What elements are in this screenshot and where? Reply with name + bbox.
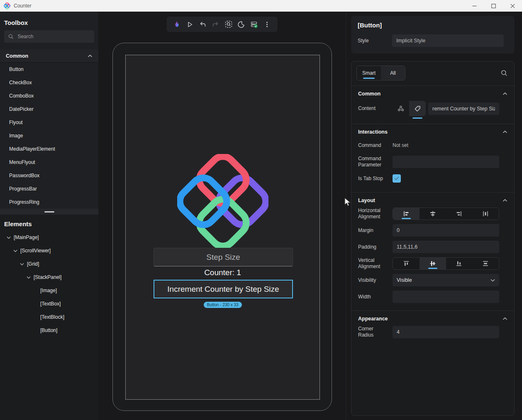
- command-parameter-input[interactable]: [393, 156, 499, 168]
- corner-radius-input[interactable]: [393, 326, 499, 338]
- align-center-vertical-icon[interactable]: [420, 258, 446, 269]
- elements-panel: Elements [MainPage] [ScrollViewer] [Grid…: [0, 215, 98, 420]
- padding-label: Padding: [358, 244, 393, 250]
- align-left-icon[interactable]: [393, 208, 420, 220]
- toolbox-item-checkbox[interactable]: CheckBox: [0, 76, 98, 89]
- section-appearance-header[interactable]: Appearance: [351, 311, 514, 326]
- toolbox-item-passwordbox[interactable]: PasswordBox: [0, 169, 98, 182]
- chevron-down-icon[interactable]: [26, 276, 32, 279]
- app-logo-icon: [4, 2, 10, 9]
- tree-item-image[interactable]: [Image]: [0, 284, 98, 297]
- chevron-up-icon: [502, 130, 507, 134]
- align-right-icon[interactable]: [446, 208, 473, 220]
- visibility-value: Visible: [397, 277, 412, 283]
- binding-icon[interactable]: [393, 101, 409, 116]
- devserver-status-icon[interactable]: [249, 20, 259, 29]
- redo-icon[interactable]: [211, 20, 221, 29]
- chevron-down-icon: [490, 279, 495, 282]
- play-icon[interactable]: [185, 20, 195, 29]
- tab-smart[interactable]: Smart: [357, 66, 381, 80]
- search-input[interactable]: [17, 34, 90, 39]
- toolbox-item-button[interactable]: Button: [0, 63, 98, 76]
- toolbox-item-mediaplayerelement[interactable]: MediaPlayerElement: [0, 142, 98, 156]
- tree-item-label: [StackPanel]: [34, 274, 61, 280]
- zoom-selection-icon[interactable]: [224, 20, 234, 29]
- dark-theme-moon-icon[interactable]: [237, 20, 246, 29]
- tree-item-grid[interactable]: [Grid]: [0, 257, 98, 271]
- toolbox-item-progressring[interactable]: ProgressRing: [0, 195, 98, 209]
- tree-item-scrollviewer[interactable]: [ScrollViewer]: [0, 244, 98, 257]
- elements-title: Elements: [0, 215, 98, 231]
- chevron-down-icon[interactable]: [6, 236, 12, 239]
- section-title: Common: [358, 91, 381, 97]
- step-size-textbox[interactable]: Step Size: [154, 248, 293, 266]
- app-logo-image[interactable]: [177, 154, 268, 249]
- toolbox-title: Toolbox: [0, 12, 98, 29]
- property-tabs: Smart All: [356, 66, 405, 81]
- toolbox-item-flyout[interactable]: Flyout: [0, 116, 98, 129]
- tab-all[interactable]: All: [381, 66, 405, 80]
- toolbox-item-progressbar[interactable]: ProgressBar: [0, 182, 98, 195]
- device-screen[interactable]: Step Size Counter: 1 Increment Counter b…: [125, 55, 320, 400]
- seg-selected-indicator: [428, 268, 437, 269]
- tree-item-label: [Image]: [40, 288, 57, 293]
- align-bottom-icon[interactable]: [446, 258, 473, 269]
- minimize-button[interactable]: [465, 0, 484, 12]
- stretch-horizontal-icon[interactable]: [472, 208, 499, 220]
- toolbox-item-datepicker[interactable]: DatePicker: [0, 103, 98, 116]
- align-top-icon[interactable]: [393, 258, 420, 269]
- style-label: Style: [358, 38, 392, 44]
- check-icon: [394, 176, 399, 181]
- tree-item-mainpage[interactable]: [MainPage]: [0, 231, 98, 244]
- properties-panel: [Button] Style Smart All: [346, 12, 522, 420]
- command-label: Command: [358, 142, 393, 149]
- section-layout-header[interactable]: Layout: [351, 193, 514, 208]
- command-value[interactable]: Not set: [393, 142, 408, 148]
- mode-selected-indicator: [412, 117, 422, 119]
- toolbox-search[interactable]: [4, 30, 94, 43]
- left-sidebar: Toolbox Common Button CheckBox ComboBox …: [0, 12, 98, 420]
- splitter-handle-icon: [44, 211, 54, 212]
- style-input[interactable]: [392, 34, 504, 47]
- tab-smart-label: Smart: [362, 70, 376, 76]
- properties-search-icon[interactable]: [501, 70, 507, 76]
- hot-reload-flame-icon[interactable]: [172, 20, 182, 29]
- horizontal-alignment-label: Horizontal Alignment: [358, 208, 393, 220]
- tree-item-textblock[interactable]: [TextBlock]: [0, 310, 98, 324]
- tree-item-textbox[interactable]: [TextBox]: [0, 297, 98, 310]
- tree-item-label: [Grid]: [27, 261, 39, 267]
- section-appearance: Appearance Corner Radius: [351, 311, 514, 346]
- stretch-vertical-icon[interactable]: [472, 258, 499, 269]
- is-tab-stop-checkbox[interactable]: [393, 174, 401, 183]
- toolbox-item-menuflyout[interactable]: MenuFlyout: [0, 156, 98, 169]
- increment-button[interactable]: Increment Counter by Step Size: [154, 280, 293, 298]
- more-options-icon[interactable]: [262, 20, 272, 29]
- tag-icon[interactable]: [409, 101, 426, 116]
- toolbox-group-common[interactable]: Common: [0, 49, 98, 63]
- chevron-down-icon[interactable]: [12, 249, 18, 252]
- align-center-horizontal-icon[interactable]: [420, 208, 446, 220]
- chevron-down-icon[interactable]: [19, 263, 25, 266]
- padding-input[interactable]: [393, 241, 499, 253]
- content-input[interactable]: [428, 103, 499, 115]
- toolbox-item-combobox[interactable]: ComboBox: [0, 89, 98, 103]
- window-title: Counter: [14, 3, 32, 9]
- maximize-button[interactable]: [484, 0, 503, 12]
- tree-item-stackpanel[interactable]: [StackPanel]: [0, 271, 98, 284]
- toolbox-item-image[interactable]: Image: [0, 129, 98, 142]
- selection-size-badge: Button - 230 x 33: [203, 302, 241, 308]
- margin-input[interactable]: [393, 224, 499, 237]
- section-interactions-header[interactable]: Interactions: [351, 124, 514, 139]
- section-layout: Layout Horizontal Alignment: [351, 193, 514, 311]
- undo-icon[interactable]: [198, 20, 208, 29]
- section-common-header[interactable]: Common: [351, 86, 514, 101]
- panel-splitter[interactable]: [0, 209, 98, 215]
- close-button[interactable]: [503, 0, 522, 12]
- chevron-up-icon: [502, 92, 507, 95]
- horizontal-alignment-control: [393, 208, 499, 220]
- width-input[interactable]: [393, 291, 499, 303]
- counter-textblock: Counter: 1: [126, 268, 320, 277]
- tree-item-button[interactable]: [Button]: [0, 324, 98, 337]
- tree-item-label: [Button]: [40, 327, 57, 333]
- visibility-dropdown[interactable]: Visible: [393, 274, 499, 286]
